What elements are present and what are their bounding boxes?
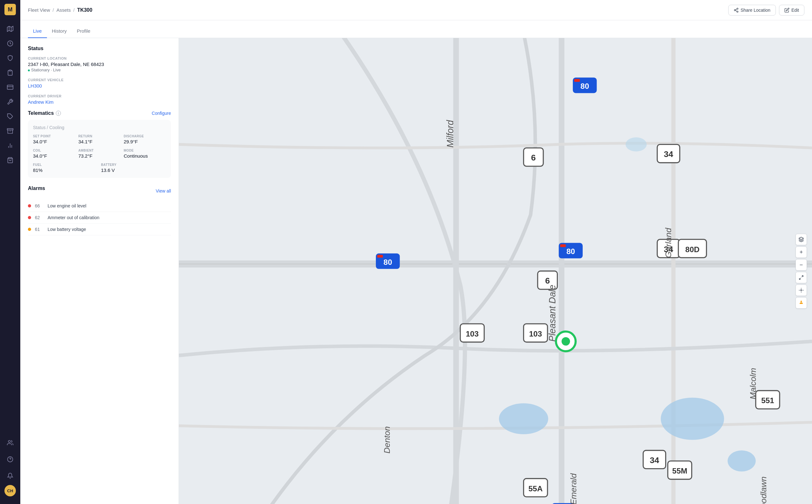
sidebar-item-tools[interactable]: [4, 95, 16, 108]
svg-text:34: 34: [664, 149, 673, 159]
svg-rect-8: [7, 129, 13, 130]
alarm-item-1: 62 Ammeter out of calibration: [28, 212, 171, 224]
gps-button[interactable]: [796, 285, 807, 296]
sidebar-item-map[interactable]: [4, 23, 16, 35]
telematics-grid-top: SET POINT 34.0°F RETURN 34.1°F DISCHARGE…: [33, 134, 166, 159]
telematics-header: Telematics i Configure: [28, 110, 171, 116]
driver-link[interactable]: Andrew Kim: [28, 99, 171, 105]
sidebar-item-shield[interactable]: [4, 52, 16, 64]
app-logo[interactable]: M: [4, 4, 16, 15]
zoom-in-icon: +: [800, 249, 803, 255]
sidebar-item-help[interactable]: [4, 453, 16, 466]
svg-point-17: [737, 8, 738, 9]
tele-mode: MODE Continuous: [124, 149, 166, 159]
map-area[interactable]: 80 80 80 80 6 6: [179, 38, 812, 504]
sidebar-item-user-mgmt[interactable]: [4, 436, 16, 449]
svg-rect-22: [179, 38, 812, 504]
alarm-severity-dot-2: [28, 228, 31, 231]
view-all-link[interactable]: View all: [156, 188, 171, 193]
current-vehicle-label: CURRENT VEHICLE: [28, 78, 171, 82]
svg-text:6: 6: [531, 153, 536, 162]
sidebar-item-chart[interactable]: [4, 139, 16, 152]
address-value: 2347 I-80, Pleasant Dale, NE 68423: [28, 62, 171, 67]
svg-text:34: 34: [650, 455, 659, 465]
vehicle-link[interactable]: LH300: [28, 83, 171, 88]
person-icon-button[interactable]: [796, 297, 807, 309]
layers-button[interactable]: [796, 234, 807, 245]
tele-set-point: SET POINT 34.0°F: [33, 134, 75, 144]
sidebar-item-bell[interactable]: [4, 469, 16, 482]
svg-text:80: 80: [566, 247, 575, 256]
svg-marker-80: [799, 237, 804, 239]
svg-text:80D: 80D: [685, 245, 700, 254]
sidebar-item-box[interactable]: [4, 125, 16, 137]
user-avatar[interactable]: CH: [4, 485, 16, 496]
current-vehicle-field: CURRENT VEHICLE LH300: [28, 78, 171, 88]
left-panel: Status CURRENT LOCATION 2347 I-80, Pleas…: [20, 38, 179, 504]
map-controls: + −: [796, 234, 807, 309]
svg-text:551: 551: [761, 396, 774, 405]
breadcrumb: Fleet View / Assets / TK300: [28, 7, 92, 13]
alarm-severity-dot-1: [28, 216, 31, 219]
svg-line-82: [799, 278, 801, 279]
zoom-out-button[interactable]: −: [796, 259, 807, 271]
main-content: Fleet View / Assets / TK300 Share Locati…: [20, 0, 812, 504]
alarms-header: Alarms View all: [28, 186, 171, 196]
telematics-info-icon[interactable]: i: [56, 111, 61, 116]
svg-text:Pleasant Dale: Pleasant Dale: [547, 285, 557, 342]
tab-live[interactable]: Live: [28, 24, 47, 38]
map-svg: 80 80 80 80 6 6: [179, 38, 812, 504]
alarms-section: Alarms View all 66 Low engine oil level …: [28, 186, 171, 235]
svg-point-14: [8, 441, 10, 443]
status-value: Stationary · Live: [28, 68, 171, 72]
svg-text:103: 103: [529, 330, 542, 338]
tab-profile[interactable]: Profile: [72, 24, 95, 38]
edit-label: Edit: [791, 8, 799, 13]
svg-text:Milford: Milford: [445, 120, 455, 147]
svg-rect-42: [560, 244, 566, 247]
telematics-card: Status / Cooling SET POINT 34.0°F RETURN…: [28, 120, 171, 178]
svg-text:103: 103: [466, 330, 479, 338]
current-location-label: CURRENT LOCATION: [28, 56, 171, 60]
tabs-bar: Live History Profile: [20, 20, 812, 38]
svg-point-33: [625, 137, 647, 151]
sidebar-item-history[interactable]: [4, 37, 16, 50]
sidebar-item-card[interactable]: [4, 81, 16, 94]
breadcrumb-assets[interactable]: Assets: [56, 7, 71, 13]
svg-text:Malcolm: Malcolm: [748, 368, 758, 399]
svg-point-79: [561, 337, 570, 346]
tele-return: RETURN 34.1°F: [78, 134, 121, 144]
breadcrumb-fleet-view[interactable]: Fleet View: [28, 7, 50, 13]
alarm-item-2: 61 Low battery voltage: [28, 224, 171, 235]
svg-rect-5: [7, 85, 13, 89]
tele-discharge: DISCHARGE 29.9°F: [124, 134, 166, 144]
alarm-desc-2: Low battery voltage: [48, 227, 86, 232]
tele-coil: COIL 34.0°F: [33, 149, 75, 159]
svg-text:6: 6: [545, 276, 550, 285]
sidebar-item-tag[interactable]: [4, 110, 16, 123]
zoom-in-button[interactable]: +: [796, 246, 807, 258]
svg-point-18: [734, 10, 736, 11]
svg-point-31: [661, 398, 724, 440]
svg-marker-0: [7, 26, 13, 32]
breadcrumb-sep-2: /: [73, 7, 75, 13]
current-driver-label: CURRENT DRIVER: [28, 94, 171, 98]
alarm-severity-dot-0: [28, 204, 31, 207]
svg-text:80: 80: [580, 82, 589, 90]
live-indicator: [28, 69, 30, 71]
breadcrumb-current: TK300: [77, 7, 92, 13]
sidebar-item-bag[interactable]: [4, 154, 16, 167]
svg-text:Emerald: Emerald: [569, 473, 578, 504]
sidebar-item-clipboard[interactable]: [4, 66, 16, 79]
share-location-button[interactable]: Share Location: [728, 5, 776, 16]
svg-line-21: [735, 9, 737, 10]
svg-text:55M: 55M: [672, 467, 687, 475]
header-actions: Share Location Edit: [728, 5, 804, 16]
fullscreen-button[interactable]: [796, 272, 807, 283]
tele-battery: BATTERY 13.6 V: [101, 163, 166, 173]
edit-button[interactable]: Edit: [779, 5, 804, 16]
tab-history[interactable]: History: [47, 24, 72, 38]
configure-link[interactable]: Configure: [152, 111, 171, 116]
svg-text:55A: 55A: [528, 484, 543, 493]
alarms-title: Alarms: [28, 186, 45, 191]
